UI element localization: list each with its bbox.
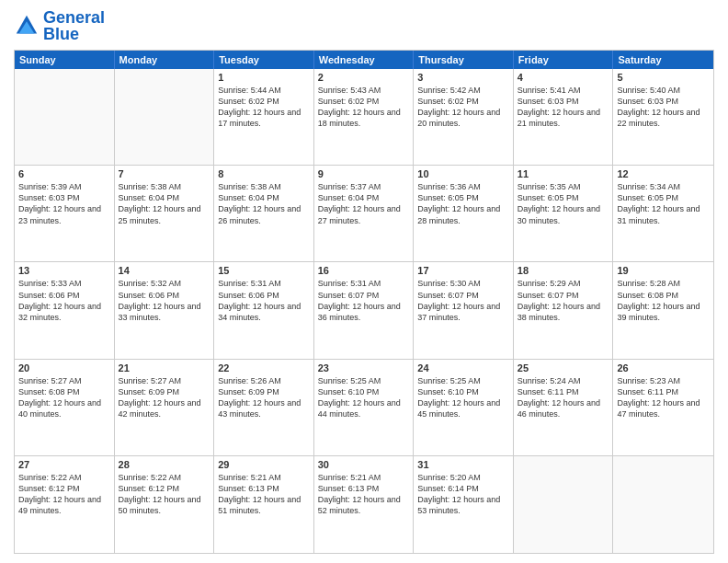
cell-info: Sunrise: 5:31 AM Sunset: 6:06 PM Dayligh…	[218, 278, 310, 323]
header-day-saturday: Saturday	[613, 51, 713, 69]
cell-info: Sunrise: 5:40 AM Sunset: 6:03 PM Dayligh…	[617, 85, 710, 130]
day-number: 30	[318, 459, 410, 470]
calendar-row-1: 1 Sunrise: 5:44 AM Sunset: 6:02 PM Dayli…	[15, 69, 713, 166]
cell-info: Sunrise: 5:27 AM Sunset: 6:09 PM Dayligh…	[119, 375, 210, 420]
day-number: 8	[218, 168, 310, 179]
calendar-cell: 10 Sunrise: 5:36 AM Sunset: 6:05 PM Dayl…	[414, 166, 514, 261]
header-day-sunday: Sunday	[15, 51, 115, 69]
calendar-cell: 19 Sunrise: 5:28 AM Sunset: 6:08 PM Dayl…	[613, 262, 713, 358]
day-number: 6	[18, 168, 110, 179]
day-number: 25	[518, 362, 609, 373]
cell-info: Sunrise: 5:27 AM Sunset: 6:08 PM Dayligh…	[18, 375, 110, 420]
cell-info: Sunrise: 5:25 AM Sunset: 6:10 PM Dayligh…	[417, 375, 509, 420]
cell-info: Sunrise: 5:21 AM Sunset: 6:13 PM Dayligh…	[318, 472, 410, 517]
calendar-body: 1 Sunrise: 5:44 AM Sunset: 6:02 PM Dayli…	[15, 69, 713, 553]
header-day-wednesday: Wednesday	[314, 51, 415, 69]
cell-info: Sunrise: 5:39 AM Sunset: 6:03 PM Dayligh…	[18, 181, 110, 226]
cell-info: Sunrise: 5:23 AM Sunset: 6:11 PM Dayligh…	[617, 375, 710, 420]
day-number: 10	[417, 168, 509, 179]
day-number: 11	[518, 168, 609, 179]
calendar-cell	[115, 69, 215, 165]
calendar-cell	[613, 456, 713, 553]
cell-info: Sunrise: 5:24 AM Sunset: 6:11 PM Dayligh…	[518, 375, 609, 420]
cell-info: Sunrise: 5:21 AM Sunset: 6:13 PM Dayligh…	[218, 472, 310, 517]
cell-info: Sunrise: 5:22 AM Sunset: 6:12 PM Dayligh…	[119, 472, 210, 517]
day-number: 9	[318, 168, 410, 179]
day-number: 3	[417, 72, 509, 83]
day-number: 7	[119, 168, 210, 179]
cell-info: Sunrise: 5:42 AM Sunset: 6:02 PM Dayligh…	[417, 85, 509, 130]
logo-icon	[14, 13, 40, 39]
calendar-cell: 2 Sunrise: 5:43 AM Sunset: 6:02 PM Dayli…	[314, 69, 415, 165]
calendar-row-3: 13 Sunrise: 5:33 AM Sunset: 6:06 PM Dayl…	[15, 262, 713, 359]
logo: General Blue	[14, 9, 105, 42]
calendar-cell: 3 Sunrise: 5:42 AM Sunset: 6:02 PM Dayli…	[414, 69, 514, 165]
day-number: 1	[218, 72, 310, 83]
calendar-cell: 31 Sunrise: 5:20 AM Sunset: 6:14 PM Dayl…	[414, 456, 514, 553]
calendar-cell: 23 Sunrise: 5:25 AM Sunset: 6:10 PM Dayl…	[314, 360, 415, 455]
cell-info: Sunrise: 5:36 AM Sunset: 6:05 PM Dayligh…	[417, 181, 509, 226]
calendar-cell: 6 Sunrise: 5:39 AM Sunset: 6:03 PM Dayli…	[15, 166, 115, 261]
day-number: 24	[417, 362, 509, 373]
cell-info: Sunrise: 5:32 AM Sunset: 6:06 PM Dayligh…	[119, 278, 210, 323]
day-number: 15	[218, 265, 310, 276]
header-day-thursday: Thursday	[414, 51, 514, 69]
day-number: 19	[617, 265, 710, 276]
day-number: 20	[18, 362, 110, 373]
calendar-cell: 27 Sunrise: 5:22 AM Sunset: 6:12 PM Dayl…	[15, 456, 115, 553]
header-day-monday: Monday	[115, 51, 215, 69]
cell-info: Sunrise: 5:30 AM Sunset: 6:07 PM Dayligh…	[417, 278, 509, 323]
calendar: SundayMondayTuesdayWednesdayThursdayFrid…	[14, 50, 714, 554]
cell-info: Sunrise: 5:28 AM Sunset: 6:08 PM Dayligh…	[617, 278, 710, 323]
day-number: 12	[617, 168, 710, 179]
calendar-cell: 12 Sunrise: 5:34 AM Sunset: 6:05 PM Dayl…	[613, 166, 713, 261]
day-number: 26	[617, 362, 710, 373]
cell-info: Sunrise: 5:22 AM Sunset: 6:12 PM Dayligh…	[18, 472, 110, 517]
calendar-cell: 18 Sunrise: 5:29 AM Sunset: 6:07 PM Dayl…	[514, 262, 614, 358]
day-number: 16	[318, 265, 410, 276]
day-number: 21	[119, 362, 210, 373]
calendar-cell: 11 Sunrise: 5:35 AM Sunset: 6:05 PM Dayl…	[514, 166, 614, 261]
cell-info: Sunrise: 5:25 AM Sunset: 6:10 PM Dayligh…	[318, 375, 410, 420]
day-number: 17	[417, 265, 509, 276]
cell-info: Sunrise: 5:37 AM Sunset: 6:04 PM Dayligh…	[318, 181, 410, 226]
cell-info: Sunrise: 5:26 AM Sunset: 6:09 PM Dayligh…	[218, 375, 310, 420]
cell-info: Sunrise: 5:38 AM Sunset: 6:04 PM Dayligh…	[119, 181, 210, 226]
calendar-cell	[514, 456, 614, 553]
calendar-cell: 13 Sunrise: 5:33 AM Sunset: 6:06 PM Dayl…	[15, 262, 115, 358]
day-number: 31	[417, 459, 509, 470]
day-number: 29	[218, 459, 310, 470]
cell-info: Sunrise: 5:43 AM Sunset: 6:02 PM Dayligh…	[318, 85, 410, 130]
cell-info: Sunrise: 5:31 AM Sunset: 6:07 PM Dayligh…	[318, 278, 410, 323]
cell-info: Sunrise: 5:41 AM Sunset: 6:03 PM Dayligh…	[518, 85, 609, 130]
calendar-cell: 16 Sunrise: 5:31 AM Sunset: 6:07 PM Dayl…	[314, 262, 415, 358]
header-day-friday: Friday	[514, 51, 614, 69]
header: General Blue	[14, 9, 714, 42]
cell-info: Sunrise: 5:38 AM Sunset: 6:04 PM Dayligh…	[218, 181, 310, 226]
logo-line1: General	[43, 9, 105, 26]
cell-info: Sunrise: 5:44 AM Sunset: 6:02 PM Dayligh…	[218, 85, 310, 130]
calendar-cell: 9 Sunrise: 5:37 AM Sunset: 6:04 PM Dayli…	[314, 166, 415, 261]
day-number: 4	[518, 72, 609, 83]
calendar-cell: 24 Sunrise: 5:25 AM Sunset: 6:10 PM Dayl…	[414, 360, 514, 455]
calendar-cell: 22 Sunrise: 5:26 AM Sunset: 6:09 PM Dayl…	[214, 360, 314, 455]
calendar-row-5: 27 Sunrise: 5:22 AM Sunset: 6:12 PM Dayl…	[15, 456, 713, 553]
day-number: 2	[318, 72, 410, 83]
day-number: 14	[119, 265, 210, 276]
day-number: 5	[617, 72, 710, 83]
cell-info: Sunrise: 5:20 AM Sunset: 6:14 PM Dayligh…	[417, 472, 509, 517]
page: General Blue SundayMondayTuesdayWednesda…	[0, 0, 728, 563]
calendar-row-2: 6 Sunrise: 5:39 AM Sunset: 6:03 PM Dayli…	[15, 166, 713, 262]
calendar-cell: 29 Sunrise: 5:21 AM Sunset: 6:13 PM Dayl…	[214, 456, 314, 553]
calendar-cell: 21 Sunrise: 5:27 AM Sunset: 6:09 PM Dayl…	[115, 360, 215, 455]
calendar-cell: 14 Sunrise: 5:32 AM Sunset: 6:06 PM Dayl…	[115, 262, 215, 358]
calendar-cell: 5 Sunrise: 5:40 AM Sunset: 6:03 PM Dayli…	[613, 69, 713, 165]
calendar-cell: 4 Sunrise: 5:41 AM Sunset: 6:03 PM Dayli…	[514, 69, 614, 165]
cell-info: Sunrise: 5:34 AM Sunset: 6:05 PM Dayligh…	[617, 181, 710, 226]
cell-info: Sunrise: 5:33 AM Sunset: 6:06 PM Dayligh…	[18, 278, 110, 323]
calendar-cell: 17 Sunrise: 5:30 AM Sunset: 6:07 PM Dayl…	[414, 262, 514, 358]
calendar-cell: 25 Sunrise: 5:24 AM Sunset: 6:11 PM Dayl…	[514, 360, 614, 455]
day-number: 23	[318, 362, 410, 373]
calendar-cell: 26 Sunrise: 5:23 AM Sunset: 6:11 PM Dayl…	[613, 360, 713, 455]
cell-info: Sunrise: 5:29 AM Sunset: 6:07 PM Dayligh…	[518, 278, 609, 323]
